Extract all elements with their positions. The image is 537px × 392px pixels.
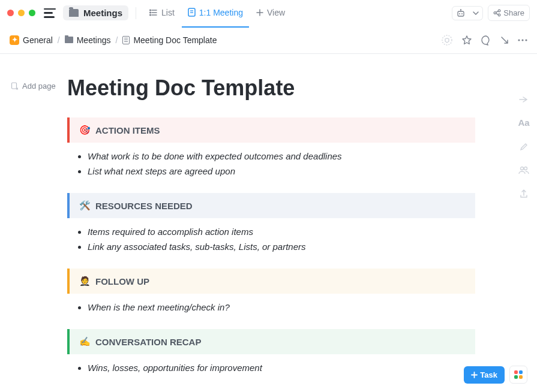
content: Add page Meeting Doc Template 🎯 ACTION I…	[0, 54, 511, 392]
location-chip[interactable]: Meetings	[63, 5, 128, 20]
comment-button[interactable]	[481, 35, 491, 46]
add-page-button[interactable]: Add page	[11, 82, 56, 91]
apps-button[interactable]	[509, 366, 527, 384]
add-view-button[interactable]: View	[250, 4, 291, 22]
tab-list[interactable]: List	[143, 4, 181, 22]
topbar: Meetings List 1:1 Meeting View	[0, 0, 537, 26]
ai-dropdown[interactable]	[469, 6, 483, 20]
tab-meeting[interactable]: 1:1 Meeting	[182, 4, 249, 22]
document: Meeting Doc Template 🎯 ACTION ITEMS What…	[67, 76, 475, 375]
svg-point-11	[461, 13, 463, 14]
collapse-icon[interactable]	[518, 96, 529, 103]
window-controls	[7, 10, 35, 16]
section-title: RESOURCES NEEDED	[95, 201, 193, 211]
section-list: What work is to be done with expected ou…	[88, 149, 475, 179]
svg-point-13	[460, 9, 461, 10]
tab-label: List	[161, 8, 175, 17]
crumb-current[interactable]: Meeting Doc Template	[133, 35, 217, 45]
doc-icon	[122, 36, 130, 44]
section-recap: ✍️ CONVERSATION RECAP Wins, losses, oppo…	[67, 329, 475, 375]
divider	[136, 7, 136, 19]
plus-icon	[471, 372, 478, 378]
workspace-icon: ✦	[10, 35, 19, 45]
page-title[interactable]: Meeting Doc Template	[67, 76, 475, 101]
section-heading[interactable]: 🛠️ RESOURCES NEEDED	[67, 193, 475, 218]
list-item[interactable]: What work is to be done with expected ou…	[88, 149, 475, 164]
task-label: Task	[480, 370, 497, 379]
svg-point-5	[150, 14, 151, 16]
section-emoji: ✍️	[79, 336, 91, 347]
svg-rect-23	[12, 83, 17, 89]
svg-rect-9	[458, 11, 464, 16]
favorite-button[interactable]	[461, 35, 472, 46]
add-page-label: Add page	[22, 82, 56, 91]
folder-icon	[65, 37, 73, 43]
list-item[interactable]: Items required to accomplish action item…	[88, 224, 475, 239]
svg-point-19	[442, 35, 452, 45]
chevron-down-icon	[473, 11, 479, 15]
section-title: CONVERSATION RECAP	[95, 337, 201, 347]
list-item[interactable]: Link any associated tasks, sub-tasks, Li…	[88, 239, 475, 254]
list-icon	[149, 8, 158, 17]
list-item[interactable]: When is the next meeting/check in?	[88, 300, 475, 315]
share-button[interactable]: Share	[488, 5, 530, 21]
download-button[interactable]	[500, 35, 509, 45]
bottom-actions: Task	[464, 366, 527, 384]
svg-line-17	[496, 11, 499, 13]
section-list: When is the next meeting/check in?	[88, 300, 475, 315]
robot-icon	[456, 9, 466, 17]
add-view-label: View	[267, 8, 285, 17]
svg-point-25	[524, 167, 527, 170]
breadcrumb: ✦ General / Meetings / Meeting Doc Templ…	[10, 35, 217, 45]
tag-button[interactable]	[441, 34, 453, 46]
menu-icon[interactable]	[44, 8, 56, 18]
close-window[interactable]	[7, 10, 14, 16]
tab-label: 1:1 Meeting	[199, 8, 243, 17]
crumb-general[interactable]: General	[23, 35, 53, 45]
svg-point-10	[459, 13, 460, 14]
section-emoji: 🎯	[79, 125, 91, 135]
plus-icon	[256, 9, 263, 16]
section-title: FOLLOW UP	[95, 276, 149, 287]
ai-button[interactable]	[452, 6, 470, 20]
crumb-meetings[interactable]: Meetings	[77, 35, 111, 45]
section-list: Items required to accomplish action item…	[88, 224, 475, 254]
ai-button-group	[452, 6, 483, 20]
share-icon	[493, 9, 501, 17]
new-task-button[interactable]: Task	[464, 366, 505, 384]
breadcrumb-bar: ✦ General / Meetings / Meeting Doc Templ…	[0, 26, 537, 54]
minimize-window[interactable]	[18, 10, 25, 16]
section-resources: 🛠️ RESOURCES NEEDED Items required to ac…	[67, 193, 475, 254]
section-heading[interactable]: 🤵 FOLLOW UP	[67, 269, 475, 294]
maximize-window[interactable]	[29, 10, 35, 16]
page-actions	[441, 34, 527, 46]
people-icon[interactable]	[518, 166, 529, 174]
svg-point-22	[525, 39, 527, 41]
section-heading[interactable]: 🎯 ACTION ITEMS	[67, 117, 475, 143]
section-emoji: 🛠️	[79, 200, 91, 211]
location-label: Meetings	[83, 8, 122, 18]
section-heading[interactable]: ✍️ CONVERSATION RECAP	[67, 329, 475, 354]
svg-line-18	[496, 13, 499, 14]
section-list: Wins, losses, opportunities for improvem…	[88, 360, 475, 375]
more-button[interactable]	[518, 39, 527, 41]
right-rail: Aa	[511, 54, 537, 392]
main-area: Add page Meeting Doc Template 🎯 ACTION I…	[0, 54, 537, 392]
folder-icon	[69, 9, 79, 17]
list-item[interactable]: Wins, losses, opportunities for improvem…	[88, 360, 475, 375]
doc-icon	[188, 8, 196, 17]
section-follow-up: 🤵 FOLLOW UP When is the next meeting/che…	[67, 269, 475, 315]
edit-icon[interactable]	[519, 142, 529, 152]
svg-point-24	[521, 167, 524, 170]
add-page-icon	[11, 82, 19, 90]
view-tabs: List 1:1 Meeting View	[143, 4, 291, 22]
svg-point-4	[150, 12, 151, 13]
svg-point-14	[494, 12, 496, 14]
svg-point-3	[150, 10, 151, 11]
typography-icon[interactable]: Aa	[518, 117, 529, 128]
svg-point-21	[521, 39, 523, 41]
separator: /	[58, 35, 60, 45]
list-item[interactable]: List what next steps are agreed upon	[88, 164, 475, 179]
export-icon[interactable]	[519, 189, 529, 198]
apps-icon	[514, 370, 523, 379]
